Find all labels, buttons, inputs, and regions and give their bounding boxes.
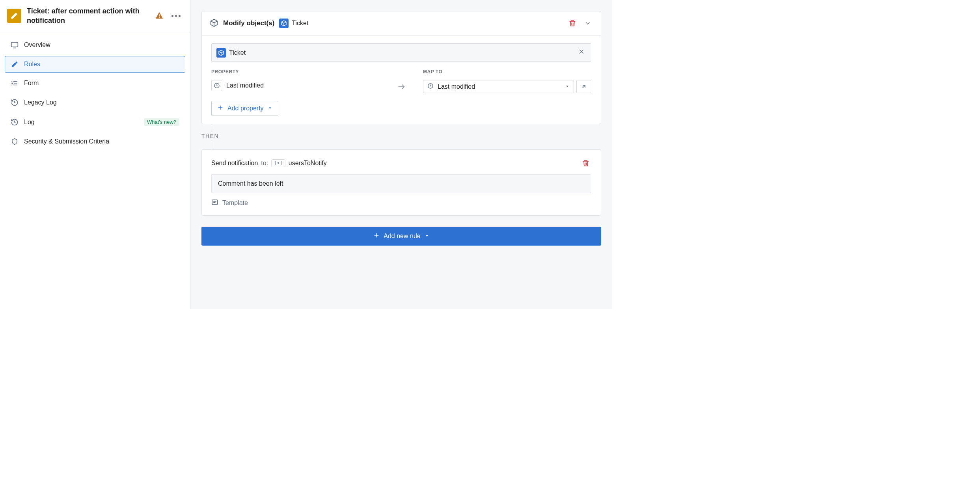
variable-icon: [•] bbox=[274, 160, 283, 166]
property-value-row: Last modified bbox=[211, 80, 380, 91]
more-menu-button[interactable] bbox=[169, 13, 183, 19]
object-row: Ticket bbox=[211, 43, 591, 62]
to-label: to: bbox=[261, 160, 268, 167]
action-icon bbox=[7, 9, 21, 23]
recipient-chip[interactable]: [•] bbox=[271, 159, 285, 167]
sidebar-header: Ticket: after comment action with notifi… bbox=[0, 0, 190, 32]
pencil-icon bbox=[11, 61, 19, 68]
card-header: Modify object(s) Ticket bbox=[202, 11, 601, 35]
sidebar-item-form[interactable]: Form bbox=[5, 75, 185, 91]
add-property-button[interactable]: Add property bbox=[211, 101, 278, 116]
sidebar-item-security[interactable]: Security & Submission Criteria bbox=[5, 133, 185, 150]
send-notification-label: Send notification bbox=[211, 160, 258, 167]
sidebar-item-label: Security & Submission Criteria bbox=[24, 138, 179, 145]
object-chip[interactable]: Ticket bbox=[279, 19, 308, 28]
template-button[interactable]: Template bbox=[211, 199, 591, 207]
sidebar-item-log[interactable]: Log What's new? bbox=[5, 114, 185, 131]
svg-marker-28 bbox=[426, 235, 428, 237]
add-property-label: Add property bbox=[227, 105, 264, 112]
object-label: Ticket bbox=[292, 20, 308, 27]
delete-button[interactable] bbox=[567, 18, 578, 29]
mapto-select[interactable]: Last modified bbox=[423, 80, 574, 93]
whats-new-badge[interactable]: What's new? bbox=[144, 118, 179, 126]
add-rule-label: Add new rule bbox=[384, 233, 420, 240]
chevron-down-icon bbox=[565, 84, 570, 90]
history-icon bbox=[11, 118, 19, 126]
arrow-right-icon bbox=[397, 82, 406, 92]
then-connector: THEN bbox=[201, 124, 601, 149]
add-new-rule-button[interactable]: Add new rule bbox=[201, 227, 601, 246]
sidebar-item-label: Rules bbox=[24, 61, 179, 68]
notification-message[interactable]: Comment has been left bbox=[211, 174, 591, 193]
svg-marker-16 bbox=[566, 86, 568, 87]
chevron-down-icon bbox=[425, 233, 429, 240]
sidebar-item-legacy-log[interactable]: Legacy Log bbox=[5, 94, 185, 111]
sidebar: Ticket: after comment action with notifi… bbox=[0, 0, 190, 309]
plus-icon bbox=[373, 232, 380, 240]
monitor-icon bbox=[11, 41, 19, 49]
then-label: THEN bbox=[201, 132, 219, 140]
chevron-down-icon bbox=[268, 105, 272, 112]
svg-line-17 bbox=[583, 85, 585, 88]
form-icon bbox=[11, 80, 19, 87]
cube-icon bbox=[279, 19, 289, 28]
page-title: Ticket: after comment action with notifi… bbox=[27, 6, 148, 26]
history-icon bbox=[11, 99, 19, 106]
svg-rect-0 bbox=[159, 15, 160, 17]
open-external-button[interactable] bbox=[576, 80, 591, 93]
template-label: Template bbox=[222, 199, 248, 207]
plus-icon bbox=[217, 104, 224, 112]
property-name: Last modified bbox=[226, 82, 264, 89]
cube-icon bbox=[216, 48, 226, 58]
property-header: PROPERTY bbox=[211, 69, 380, 75]
sidebar-item-label: Legacy Log bbox=[24, 99, 179, 106]
warning-icon[interactable] bbox=[153, 10, 165, 22]
object-chip[interactable]: Ticket bbox=[216, 48, 573, 58]
notification-card: Send notification to: [•] usersToNotify … bbox=[201, 149, 601, 216]
collapse-button[interactable] bbox=[583, 18, 593, 28]
modify-objects-card: Modify object(s) Ticket bbox=[201, 11, 601, 124]
sidebar-nav: Overview Rules Form Legacy Log bbox=[0, 32, 190, 154]
svg-marker-20 bbox=[269, 108, 271, 109]
sidebar-item-label: Log bbox=[24, 119, 138, 126]
delete-notification-button[interactable] bbox=[580, 158, 591, 169]
shield-icon bbox=[11, 138, 19, 145]
object-label: Ticket bbox=[229, 49, 246, 56]
mapto-value: Last modified bbox=[438, 83, 561, 90]
main-content: Modify object(s) Ticket bbox=[190, 0, 612, 309]
card-title: Modify object(s) bbox=[223, 19, 274, 27]
remove-object-button[interactable] bbox=[577, 48, 586, 58]
clock-icon bbox=[427, 83, 434, 90]
sidebar-item-overview[interactable]: Overview bbox=[5, 36, 185, 54]
sidebar-item-rules[interactable]: Rules bbox=[5, 56, 185, 73]
sidebar-item-label: Overview bbox=[24, 41, 179, 48]
clock-icon bbox=[211, 80, 222, 91]
svg-rect-2 bbox=[11, 42, 18, 47]
template-icon bbox=[211, 199, 218, 207]
cube-icon bbox=[210, 19, 218, 28]
sidebar-item-label: Form bbox=[24, 80, 179, 87]
recipient-value: usersToNotify bbox=[289, 160, 327, 167]
mapto-header: MAP TO bbox=[423, 69, 591, 75]
svg-rect-1 bbox=[159, 17, 160, 18]
